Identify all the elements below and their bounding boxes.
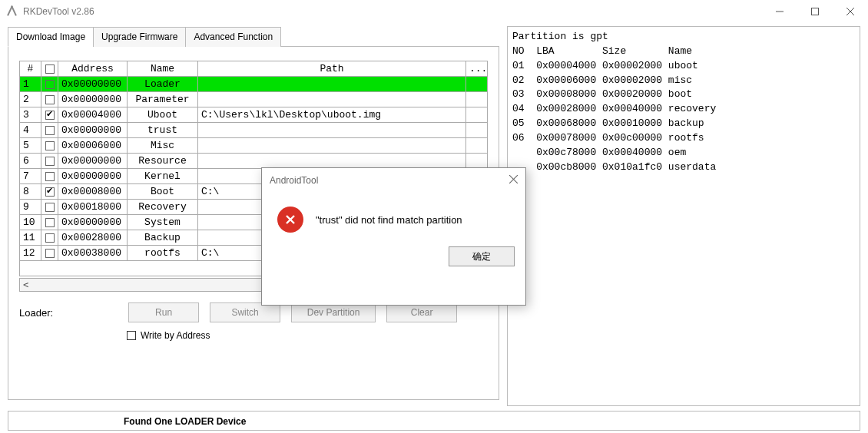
cell-index: 7 [20,169,41,184]
cell-address[interactable]: 0x00000000 [58,154,128,169]
cell-path[interactable] [198,138,466,154]
col-address[interactable]: Address [58,61,128,77]
cell-browse[interactable] [466,107,488,123]
table-row[interactable]: 40x00000000trust [20,123,488,138]
tab-download-image[interactable]: Download Image [8,27,94,47]
table-row[interactable]: 50x00006000Misc [20,138,488,154]
cell-address[interactable]: 0x00000000 [58,123,128,138]
cell-name[interactable]: Parameter [128,92,198,107]
error-dialog: AndroidTool "trust" did not find match p… [261,167,526,306]
cell-address[interactable]: 0x00004000 [58,107,128,123]
cell-path[interactable]: C:\Users\lkl\Desktop\uboot.img [198,107,466,123]
row-checkbox[interactable] [45,111,55,120]
row-checkbox[interactable] [45,172,55,181]
cell-address[interactable]: 0x00006000 [58,138,128,154]
title-bar: RKDevTool v2.86 [0,0,868,23]
status-bar: Found One LOADER Device [8,411,860,431]
cell-check[interactable] [41,246,58,261]
scroll-left-icon[interactable]: < [23,279,28,290]
maximize-button[interactable] [797,0,833,23]
row-checkbox[interactable] [45,218,55,227]
cell-address[interactable]: 0x00028000 [58,230,128,246]
row-checkbox[interactable] [45,157,55,166]
row-checkbox[interactable] [45,187,55,197]
minimize-button[interactable] [762,0,797,23]
cell-name[interactable]: Recovery [128,200,198,215]
dialog-ok-button[interactable]: 确定 [449,246,515,266]
cell-path[interactable] [198,92,466,107]
cell-check[interactable] [41,154,58,169]
cell-check[interactable] [41,123,58,138]
cell-path[interactable] [198,77,466,92]
write-by-address-checkbox[interactable] [127,331,136,340]
cell-check[interactable] [41,169,58,184]
cell-check[interactable] [41,215,58,230]
cell-address[interactable]: 0x00000000 [58,169,128,184]
cell-name[interactable]: Misc [128,138,198,154]
cell-check[interactable] [41,107,58,123]
cell-browse[interactable] [466,92,488,107]
error-icon [277,207,303,233]
cell-browse[interactable] [466,123,488,138]
cell-address[interactable]: 0x00000000 [58,92,128,107]
table-header: # Address Name Path ... [20,61,488,77]
cell-name[interactable]: Resource [128,154,198,169]
cell-address[interactable]: 0x00000000 [58,77,128,92]
row-checkbox[interactable] [45,126,55,135]
cell-name[interactable]: Loader [128,77,198,92]
svg-rect-1 [812,8,819,15]
log-panel: Partition is gpt NO LBA Size Name 01 0x0… [507,26,860,406]
table-row[interactable]: 20x00000000Parameter [20,92,488,107]
cell-index: 9 [20,200,41,215]
run-button[interactable]: Run [128,302,199,322]
col-path[interactable]: Path [198,61,466,77]
cell-check[interactable] [41,77,58,92]
row-checkbox[interactable] [45,249,55,258]
cell-name[interactable]: Kernel [128,169,198,184]
cell-address[interactable]: 0x00000000 [58,215,128,230]
cell-path[interactable] [198,154,466,169]
tab-advanced-function[interactable]: Advanced Function [185,27,281,47]
header-checkbox[interactable] [45,64,55,74]
cell-browse[interactable] [466,138,488,154]
col-index[interactable]: # [20,61,41,77]
row-checkbox[interactable] [45,141,55,150]
cell-name[interactable]: rootfs [128,246,198,261]
window-title: RKDevTool v2.86 [23,6,94,17]
cell-check[interactable] [41,200,58,215]
cell-check[interactable] [41,92,58,107]
cell-browse[interactable] [466,77,488,92]
cell-name[interactable]: Uboot [128,107,198,123]
tab-upgrade-firmware[interactable]: Upgrade Firmware [93,27,186,47]
cell-name[interactable]: Boot [128,184,198,200]
row-checkbox[interactable] [45,233,55,243]
cell-index: 1 [20,77,41,92]
table-row[interactable]: 10x00000000Loader [20,77,488,92]
cell-path[interactable] [198,123,466,138]
row-checkbox[interactable] [45,203,55,212]
col-name[interactable]: Name [128,61,198,77]
cell-name[interactable]: Backup [128,230,198,246]
row-checkbox[interactable] [45,80,55,89]
tab-label: Download Image [16,31,85,42]
cell-address[interactable]: 0x00038000 [58,246,128,261]
cell-browse[interactable] [466,154,488,169]
cell-name[interactable]: System [128,215,198,230]
col-check[interactable] [41,61,58,77]
dialog-title: AndroidTool [270,175,318,186]
cell-address[interactable]: 0x00008000 [58,184,128,200]
cell-index: 10 [20,215,41,230]
row-checkbox[interactable] [45,95,55,104]
cell-address[interactable]: 0x00018000 [58,200,128,215]
col-dots[interactable]: ... [466,61,488,77]
close-button[interactable] [833,0,868,23]
loader-label: Loader: [19,307,53,319]
cell-name[interactable]: trust [128,123,198,138]
cell-check[interactable] [41,138,58,154]
cell-index: 3 [20,107,41,123]
cell-check[interactable] [41,184,58,200]
table-row[interactable]: 30x00004000UbootC:\Users\lkl\Desktop\ubo… [20,107,488,123]
table-row[interactable]: 60x00000000Resource [20,154,488,169]
cell-check[interactable] [41,230,58,246]
dialog-close-button[interactable] [509,175,518,186]
